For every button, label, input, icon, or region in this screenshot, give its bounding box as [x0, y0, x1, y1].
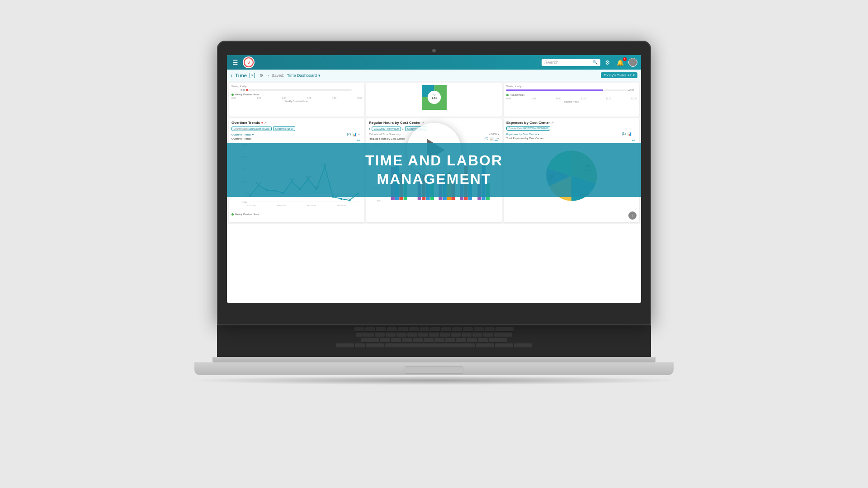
keyboard-row-4	[221, 343, 647, 348]
laptop-shadow	[185, 376, 683, 385]
key	[387, 327, 397, 332]
hamburger-icon[interactable]: ☰	[231, 58, 240, 67]
sub-nav-bar: ‹ Time ▾ ⚙ ▾ Saved: Time Dashboard ▾ Tod…	[227, 70, 641, 81]
key	[355, 343, 365, 348]
key	[354, 327, 364, 332]
key	[434, 338, 444, 343]
user-avatar[interactable]	[628, 58, 637, 67]
logo-inner: U	[244, 57, 254, 67]
key	[485, 327, 495, 332]
video-title: TIME AND LABOR MANAGEMENT	[241, 151, 627, 189]
key	[424, 338, 434, 343]
key-ctrl-right	[514, 343, 532, 348]
dropdown-arrow-sub: ▾	[268, 74, 269, 77]
key	[463, 327, 473, 332]
laptop-frame: ☰ U Search 🔍 ⚙ 🔔 1 ‹ Time	[185, 41, 683, 447]
laptop-hinge	[212, 357, 656, 362]
key	[391, 338, 401, 343]
key	[474, 327, 484, 332]
key	[396, 333, 406, 337]
back-button[interactable]: ‹	[231, 72, 232, 79]
module-dropdown[interactable]: ▾	[250, 73, 255, 78]
key-backspace	[495, 327, 514, 332]
search-icon: 🔍	[593, 60, 598, 65]
key	[407, 333, 417, 337]
key-alt-left	[366, 343, 384, 348]
key	[456, 338, 466, 343]
key	[380, 338, 390, 343]
module-title: Time	[235, 73, 246, 78]
key	[386, 333, 396, 337]
search-bar[interactable]: Search 🔍	[542, 59, 600, 66]
keyboard-row-3	[221, 338, 647, 343]
key-enter	[494, 333, 512, 337]
key	[445, 338, 455, 343]
key	[413, 338, 423, 343]
saved-dashboard-name[interactable]: Time Dashboard ▾	[287, 73, 321, 78]
settings-icon[interactable]: ⚙	[603, 58, 612, 67]
key	[429, 333, 439, 337]
camera	[432, 49, 436, 52]
key	[452, 327, 462, 332]
notifications-badge[interactable]: 🔔 1	[615, 58, 626, 66]
key	[409, 327, 419, 332]
screen-bezel: ☰ U Search 🔍 ⚙ 🔔 1 ‹ Time	[217, 41, 651, 325]
key	[451, 333, 461, 337]
key-caps	[361, 338, 379, 343]
tasks-button[interactable]: Today's Tasks +2 ▾	[601, 72, 637, 78]
saved-label: Saved:	[272, 73, 284, 78]
key	[441, 327, 451, 332]
key	[483, 333, 493, 337]
keyboard-area	[217, 325, 651, 357]
app-logo: U	[243, 56, 255, 68]
key	[467, 338, 477, 343]
key	[418, 333, 428, 337]
key-alt-right	[495, 343, 513, 348]
keyboard-row-1	[221, 327, 647, 332]
key	[478, 338, 488, 343]
key-shift-right	[489, 338, 507, 343]
search-placeholder-text: Search	[544, 60, 591, 65]
key	[420, 327, 429, 332]
laptop-base	[194, 362, 674, 375]
key	[398, 327, 408, 332]
video-title-bar: TIME AND LABOR MANAGEMENT	[227, 143, 641, 197]
screen-content: ☰ U Search 🔍 ⚙ 🔔 1 ‹ Time	[227, 55, 641, 303]
key	[376, 327, 386, 332]
key-tab	[356, 333, 374, 337]
key	[440, 333, 450, 337]
key	[472, 333, 482, 337]
key	[375, 333, 385, 337]
key	[462, 333, 472, 337]
keyboard-row-2	[221, 333, 647, 337]
key	[402, 338, 412, 343]
key	[430, 327, 440, 332]
sub-settings-icon[interactable]: ⚙	[258, 72, 265, 79]
key-space	[385, 343, 475, 348]
key	[365, 327, 375, 332]
dashboard-content: Watts, Kathy 0.00	[227, 81, 641, 224]
key-cmd-right	[476, 343, 494, 348]
key-ctrl-left	[336, 343, 354, 348]
nav-bar: ☰ U Search 🔍 ⚙ 🔔 1	[227, 55, 641, 70]
trackpad[interactable]	[405, 366, 463, 374]
badge-count: 1	[623, 57, 627, 61]
video-overlay: TIME AND LABOR MANAGEMENT	[227, 81, 641, 224]
